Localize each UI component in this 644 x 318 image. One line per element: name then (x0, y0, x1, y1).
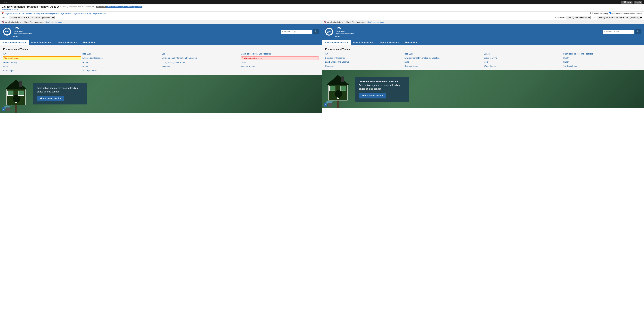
next-page-link[interactable]: Wayback Machine next page version → (72, 12, 106, 14)
carousel-dot-2-left[interactable]: 2 (6, 108, 10, 111)
topic-az-right[interactable]: A-Z Topic Index (563, 64, 641, 68)
topic-climate-left[interactable]: Climate Change (3, 56, 81, 60)
from-select[interactable]: January 27, 2025 at 5:22:42 PM EST (Wayb… (9, 16, 54, 20)
topic-water-left[interactable]: Water Topics (3, 69, 81, 72)
calendar-link[interactable]: Wayback Machine calendar view (4, 12, 32, 14)
env-topics-heading-left: Environmental Topics (3, 48, 319, 50)
official-text-left: An official website of the United States… (5, 21, 44, 23)
to-select[interactable]: January 28, 2025 at 5:41:25 PM EST (Wayb… (597, 16, 642, 20)
nav-env-topics-left[interactable]: Environmental Topics ∧ (0, 39, 28, 45)
prev-page-link[interactable]: ← Wayback Machine previous page version (34, 12, 71, 14)
topic-health-right[interactable]: Health (563, 56, 641, 60)
left-pane: 🇺🇸 An official website of the United Sta… (0, 20, 322, 113)
epa-agency-text-right: EPA United States Environmental Protecti… (335, 26, 354, 38)
load-resources-checkbox[interactable] (608, 12, 611, 14)
epa-nav-right: Environmental Topics ∧ Laws & Regulation… (322, 39, 644, 45)
topic-env-info-right[interactable]: Environmental Information by Location (404, 56, 482, 60)
svg-rect-5 (8, 91, 13, 96)
hero-text-right: Take action against the second leading c… (359, 84, 405, 90)
badge-tag2: tag2:about (96, 6, 106, 8)
topics-grid-right: Air Bed Bugs Cancer Chemicals, Toxics, a… (325, 52, 641, 68)
top-bar-actions: All Pages Log In (621, 1, 642, 4)
topic-radon-right[interactable]: Radon (563, 60, 641, 64)
sep2: | (72, 12, 72, 14)
epa-nav-left: Environmental Topics ∧ Laws & Regulation… (0, 39, 322, 45)
svg-rect-9 (19, 81, 22, 87)
to-label: To: (593, 16, 596, 19)
svg-rect-22 (341, 76, 344, 82)
topic-env-info-left[interactable]: Environmental Information by Location (162, 56, 240, 60)
search-button-left[interactable]: 🔍 (313, 30, 319, 34)
nav-report-right[interactable]: Report a Violation ∨ (377, 39, 402, 45)
login-button[interactable]: Log In (634, 1, 642, 4)
svg-marker-21 (327, 75, 349, 85)
topic-research-left[interactable]: Research (162, 65, 240, 68)
load-resources-label[interactable]: Load Resources from Wayback Machine (608, 12, 642, 14)
topic-cancer-right[interactable]: Cancer (484, 52, 562, 56)
topic-chemicals-right[interactable]: Chemicals, Toxics, and Pesticide (563, 52, 641, 56)
carousel-dot-1-right[interactable]: 1 (324, 103, 327, 106)
topic-air-left[interactable]: Air (3, 52, 81, 56)
nav-laws-right[interactable]: Laws & Regulations ∨ (350, 39, 378, 45)
nav-env-topics-right[interactable]: Environmental Topics ∧ (322, 39, 350, 45)
brand-label: EDGI (2, 1, 7, 4)
top-bar: EDGI All Pages Log In (0, 0, 644, 4)
topic-emergency-left[interactable]: Emergency Response (82, 56, 160, 60)
find-radon-kit-button-right[interactable]: Find a radon test kit (359, 93, 386, 98)
epa-logo-left: EPA (3, 28, 11, 36)
topic-env-justice-left[interactable]: Environmental Justice (241, 56, 319, 60)
topic-mold-right[interactable]: Mold (484, 60, 562, 64)
topic-greener-right[interactable]: Greener Living (484, 56, 562, 60)
official-text-right: An official website of the United States… (327, 21, 366, 23)
topic-cancer-left[interactable]: Cancer (162, 52, 240, 56)
topic-land-left[interactable]: Land, Waste, and Cleanup (162, 61, 240, 64)
topic-lead-right[interactable]: Lead (404, 60, 482, 64)
epa-header-right: EPA EPA United States Environmental Prot… (322, 24, 644, 39)
topic-health-left[interactable]: Health (82, 61, 160, 64)
svg-rect-6 (18, 91, 24, 96)
topic-air-right[interactable]: Air (325, 52, 403, 56)
comparison-label: Comparison: (554, 16, 565, 19)
nav-laws-left[interactable]: Laws & Regulations ∨ (28, 39, 56, 45)
epa-logo-area-right: EPA EPA United States Environmental Prot… (325, 26, 354, 38)
topic-emergency-right[interactable]: Emergency Response (325, 56, 403, 60)
topic-radon-left[interactable]: Radon (82, 65, 160, 68)
badge-seed: 2025-seed-category:Education/Engagement (106, 6, 142, 8)
hero-content-left: Take action against the second leading c… (33, 83, 87, 104)
flag-icon-right: 🇺🇸 (324, 21, 326, 24)
how-you-know-link-right[interactable]: Here's how you know (368, 21, 384, 23)
topic-lead-left[interactable]: Lead (241, 61, 319, 64)
hero-content-right: January is National Radon Action Month. … (355, 77, 409, 102)
remove-formatting-label[interactable]: Remove formatting (590, 12, 608, 14)
how-you-know-link-left[interactable]: Here's how you know (46, 21, 62, 23)
carousel-dot-2-right[interactable]: 2 (328, 103, 332, 106)
nav-report-left[interactable]: Report a Violation ∨ (55, 39, 80, 45)
topic-science-right[interactable]: Science Topics (404, 64, 482, 68)
comparison-select[interactable]: Side-by-Side Rendered (566, 16, 590, 20)
carousel-dot-1-left[interactable]: 1 (2, 108, 5, 111)
search-button-right[interactable]: 🔍 (635, 30, 641, 34)
topic-mold-left[interactable]: Mold (3, 65, 81, 68)
carousel-dots-left: 1 2 (2, 108, 10, 111)
topic-science-left[interactable]: Science Topics (241, 65, 319, 68)
nav-about-right[interactable]: About EPA ∨ (402, 39, 420, 45)
search-input-left[interactable] (280, 30, 312, 34)
site-url-link[interactable]: https://www.epa.gov/ (2, 8, 19, 10)
all-pages-button[interactable]: All Pages (621, 1, 632, 4)
topic-land-right[interactable]: Land, Waste, and Cleanup (325, 60, 403, 64)
topic-bedbugs-left[interactable]: Bed Bugs (82, 52, 160, 56)
topic-bedbugs-right[interactable]: Bed Bugs (404, 52, 482, 56)
topic-research-right[interactable]: Research (325, 64, 403, 68)
topics-grid-left: Air Bed Bugs Cancer Chemicals, Toxics, a… (3, 52, 319, 72)
topic-az-left[interactable]: A-Z Topic Index (82, 69, 160, 72)
topic-greener-left[interactable]: Greener Living (3, 61, 81, 64)
official-banner-right: 🇺🇸 An official website of the United Sta… (322, 20, 644, 24)
epa-search-left: 🔍 (280, 30, 319, 34)
nav-about-left[interactable]: About EPA ∨ (80, 39, 98, 45)
search-input-right[interactable] (603, 30, 634, 34)
topic-water-right[interactable]: Water Topics (484, 64, 562, 68)
find-radon-kit-button-left[interactable]: Find a radon test kit (37, 96, 64, 101)
remove-formatting-checkbox[interactable] (590, 12, 592, 14)
topic-chemicals-left[interactable]: Chemicals, Toxics, and Pesticide (241, 52, 319, 56)
carousel-dots-right: 1 2 (324, 103, 332, 106)
